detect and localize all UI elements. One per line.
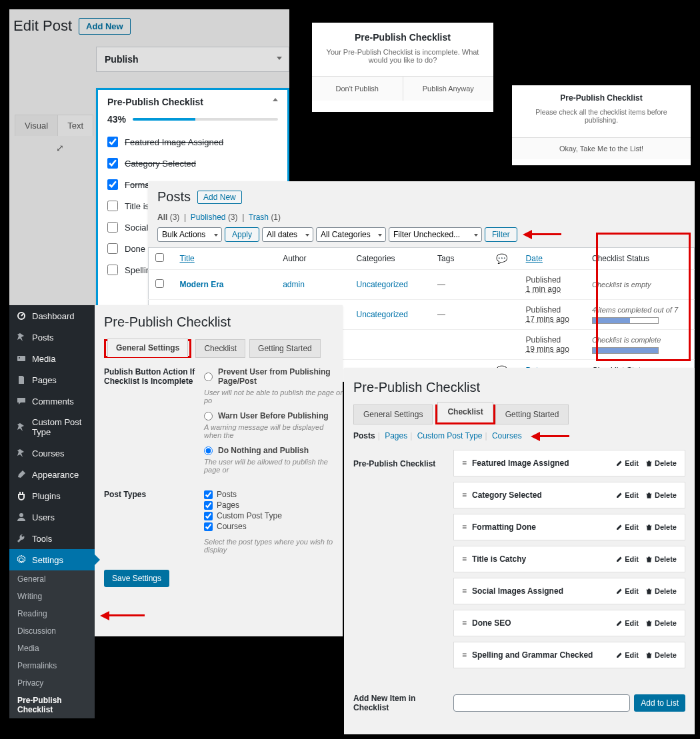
- sidebar-subitem[interactable]: Permalinks: [9, 657, 95, 674]
- bulk-actions-select[interactable]: Bulk Actions: [157, 227, 222, 242]
- chevron-up-icon[interactable]: [273, 98, 278, 101]
- sidebar-subitem[interactable]: Reading: [9, 605, 95, 622]
- drag-icon[interactable]: ≡: [462, 522, 465, 532]
- item-checkbox[interactable]: [107, 179, 118, 190]
- checklist-item-row[interactable]: ≡ Done SEO Edit Delete: [453, 610, 685, 636]
- sidebar-subitem[interactable]: Privacy: [9, 674, 95, 692]
- sidebar-item[interactable]: Dashboard: [9, 305, 95, 327]
- sublink-courses[interactable]: Courses: [492, 431, 522, 440]
- sidebar-subitem[interactable]: Writing: [9, 588, 95, 605]
- item-checkbox[interactable]: [107, 265, 118, 275]
- checklist-item-row[interactable]: ≡ Title is Catchy Edit Delete: [453, 546, 685, 572]
- sidebar-subitem[interactable]: Media: [9, 640, 95, 657]
- save-settings-button[interactable]: Save Settings: [104, 570, 169, 587]
- select-all-checkbox[interactable]: [155, 253, 164, 262]
- item-checkbox[interactable]: [107, 243, 118, 254]
- sidebar-item[interactable]: Tools: [9, 528, 95, 549]
- sidebar-subitem[interactable]: Pre-Publish Checklist: [9, 692, 95, 718]
- trash-link[interactable]: Trash: [249, 213, 269, 222]
- post-type-checkbox[interactable]: [204, 512, 213, 520]
- expand-icon[interactable]: ⤢: [56, 143, 64, 153]
- dates-select[interactable]: All dates: [262, 227, 313, 242]
- item-checkbox[interactable]: [107, 158, 118, 169]
- visual-tab[interactable]: Visual: [15, 115, 58, 136]
- drag-icon[interactable]: ≡: [462, 554, 465, 564]
- sidebar-item[interactable]: Custom Post Type: [9, 412, 95, 442]
- filter-button[interactable]: Filter: [485, 227, 517, 242]
- nothing-radio[interactable]: [204, 446, 213, 455]
- category-link[interactable]: Uncategorized: [357, 310, 408, 319]
- edit-button[interactable]: Edit: [615, 555, 639, 563]
- unchecked-select[interactable]: Filter Unchecked...: [389, 227, 482, 242]
- add-to-list-button[interactable]: Add to List: [634, 694, 685, 712]
- category-link[interactable]: Uncategorized: [357, 280, 408, 289]
- add-item-input[interactable]: [453, 694, 630, 712]
- title-col[interactable]: Title: [180, 254, 195, 263]
- sidebar-subitem[interactable]: Discussion: [9, 622, 95, 640]
- checklist-item-row[interactable]: ≡ Formatting Done Edit Delete: [453, 514, 685, 540]
- row-checkbox[interactable]: [155, 279, 164, 288]
- text-tab[interactable]: Text: [58, 115, 93, 136]
- checklist-item-row[interactable]: ≡ Social Images Assigned Edit Delete: [453, 578, 685, 604]
- sublink-cpt[interactable]: Custom Post Type: [417, 431, 483, 440]
- all-link[interactable]: All: [157, 213, 167, 222]
- delete-button[interactable]: Delete: [645, 523, 677, 531]
- post-type-checkbox[interactable]: [204, 501, 213, 510]
- edit-button[interactable]: Edit: [615, 619, 639, 627]
- delete-button[interactable]: Delete: [645, 587, 677, 595]
- okay-button[interactable]: Okay, Take Me to the List!: [512, 137, 691, 159]
- sublink-posts[interactable]: Posts: [353, 431, 375, 440]
- sidebar-item[interactable]: Courses: [9, 442, 95, 464]
- prevent-radio[interactable]: [204, 372, 213, 381]
- sidebar-item[interactable]: Media: [9, 348, 95, 369]
- post-type-checkbox[interactable]: [204, 490, 213, 499]
- edit-button[interactable]: Edit: [615, 587, 639, 595]
- apply-button[interactable]: Apply: [225, 227, 259, 242]
- sidebar-item[interactable]: Posts: [9, 327, 95, 348]
- published-link[interactable]: Published: [191, 213, 226, 222]
- sidebar-item[interactable]: Settings: [9, 549, 95, 570]
- checklist-item[interactable]: Category Selected: [107, 158, 278, 169]
- categories-select[interactable]: All Categories: [316, 227, 386, 242]
- drag-icon[interactable]: ≡: [462, 618, 465, 628]
- delete-button[interactable]: Delete: [645, 651, 677, 659]
- item-checkbox[interactable]: [107, 201, 118, 211]
- sidebar-item[interactable]: Plugins: [9, 485, 95, 506]
- sidebar-item[interactable]: Appearance: [9, 464, 95, 485]
- sublink-pages[interactable]: Pages: [385, 431, 407, 440]
- tab-general-settings[interactable]: General Settings: [353, 404, 433, 424]
- publish-metabox[interactable]: Publish: [96, 47, 289, 72]
- edit-button[interactable]: Edit: [615, 459, 639, 467]
- edit-button[interactable]: Edit: [615, 651, 639, 659]
- delete-button[interactable]: Delete: [645, 491, 677, 499]
- tab-getting-started[interactable]: Getting Started: [495, 404, 569, 424]
- tab-getting-started[interactable]: Getting Started: [249, 339, 321, 358]
- edit-button[interactable]: Edit: [615, 523, 639, 531]
- checklist-item-row[interactable]: ≡ Featured Image Assigned Edit Delete: [453, 450, 685, 476]
- post-type-checkbox[interactable]: [204, 522, 213, 531]
- tab-checklist[interactable]: Checklist: [195, 339, 245, 358]
- delete-button[interactable]: Delete: [645, 619, 677, 627]
- tab-general-settings[interactable]: General Settings: [107, 339, 188, 357]
- tab-checklist[interactable]: Checklist: [437, 402, 493, 422]
- author-link[interactable]: admin: [283, 280, 305, 289]
- sidebar-subitem[interactable]: General: [9, 570, 95, 588]
- drag-icon[interactable]: ≡: [462, 490, 465, 500]
- warn-radio[interactable]: [204, 412, 213, 420]
- sidebar-item[interactable]: Users: [9, 506, 95, 528]
- checklist-item-row[interactable]: ≡ Spelling and Grammar Checked Edit Dele…: [453, 642, 685, 668]
- add-new-button[interactable]: Add New: [79, 18, 131, 35]
- checklist-item-row[interactable]: ≡ Category Selected Edit Delete: [453, 482, 685, 508]
- drag-icon[interactable]: ≡: [462, 650, 465, 660]
- drag-icon[interactable]: ≡: [462, 586, 465, 596]
- sidebar-item[interactable]: Pages: [9, 369, 95, 390]
- dont-publish-button[interactable]: Don't Publish: [312, 77, 403, 101]
- post-title-link[interactable]: Modern Era: [180, 280, 224, 289]
- item-checkbox[interactable]: [107, 222, 118, 233]
- item-checkbox[interactable]: [107, 137, 118, 147]
- add-new-button[interactable]: Add New: [197, 191, 242, 204]
- delete-button[interactable]: Delete: [645, 459, 677, 467]
- sidebar-item[interactable]: Comments: [9, 390, 95, 412]
- drag-icon[interactable]: ≡: [462, 458, 465, 468]
- date-col[interactable]: Date: [526, 254, 543, 263]
